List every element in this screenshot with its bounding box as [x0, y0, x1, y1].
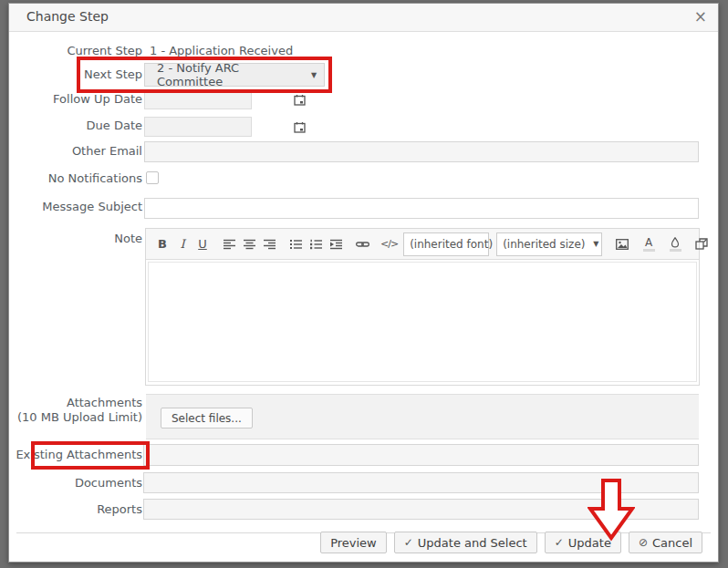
numbered-list-icon[interactable]: [307, 233, 324, 255]
update-and-select-button-label: Update and Select: [418, 536, 527, 550]
dialog-titlebar: Change Step ×: [9, 4, 718, 32]
footer-button-bar: Preview ✓ Update and Select ✓ Update ⊘ C…: [9, 532, 718, 562]
table-icon[interactable]: [693, 233, 710, 255]
select-files-button[interactable]: Select files...: [161, 408, 253, 429]
calendar-icon[interactable]: [294, 90, 306, 108]
follow-up-date-input[interactable]: [145, 90, 294, 108]
due-date-picker: [144, 117, 252, 137]
bullet-list-icon[interactable]: [287, 233, 304, 255]
update-and-select-button[interactable]: ✓ Update and Select: [394, 532, 537, 553]
italic-icon[interactable]: I: [174, 233, 191, 255]
align-center-icon[interactable]: [241, 233, 257, 255]
existing-attachments-label: Existing Attachments: [9, 448, 142, 462]
next-step-label: Next Step: [9, 67, 142, 82]
other-email-label: Other Email: [9, 144, 142, 159]
change-step-dialog: Change Step × Current Step 1 - Applicati…: [8, 3, 719, 563]
check-icon: ✓: [404, 536, 413, 549]
other-email-input[interactable]: [144, 141, 699, 162]
chevron-down-icon: ▼: [591, 240, 602, 248]
note-rich-text-editor: B I U </> (inherited font) ▼ (inherited …: [145, 228, 700, 386]
preview-button-label: Preview: [330, 536, 377, 550]
font-color-icon[interactable]: A: [640, 233, 657, 255]
chevron-down-icon: ▼: [304, 71, 324, 79]
documents-field[interactable]: [143, 472, 699, 493]
due-date-label: Due Date: [9, 119, 142, 133]
attachments-upload-panel: Select files...: [146, 394, 699, 439]
current-step-value: 1 - Application Received: [150, 44, 293, 57]
check-icon: ✓: [555, 536, 564, 549]
font-name-dropdown[interactable]: (inherited font) ▼: [403, 232, 489, 256]
view-html-icon[interactable]: </>: [380, 233, 398, 255]
documents-label: Documents: [9, 476, 142, 491]
preview-button[interactable]: Preview: [320, 532, 387, 553]
attachments-limit-label: (10 MB Upload Limit): [9, 410, 142, 425]
font-size-value: (inherited size): [497, 238, 590, 251]
cancel-button[interactable]: ⊘ Cancel: [629, 532, 702, 553]
follow-up-date-label: Follow Up Date: [9, 92, 142, 107]
hyperlink-icon[interactable]: [354, 233, 370, 255]
cancel-button-label: Cancel: [652, 536, 692, 550]
note-content-area[interactable]: [148, 262, 697, 382]
bold-icon[interactable]: B: [154, 233, 171, 255]
note-label: Note: [9, 232, 142, 246]
font-name-value: (inherited font): [404, 238, 498, 251]
insert-image-icon[interactable]: [614, 233, 630, 255]
due-date-input[interactable]: [145, 118, 294, 136]
page-background: { "overlay_color": "#6e6e6e", "annotatio…: [0, 0, 728, 568]
message-subject-label: Message Subject: [9, 200, 142, 214]
next-step-selected-value: 2 - Notify ARC Committee: [145, 61, 304, 88]
message-subject-input[interactable]: [144, 198, 699, 219]
cancel-icon: ⊘: [639, 536, 648, 549]
existing-attachments-field[interactable]: [143, 444, 699, 466]
reports-field[interactable]: [143, 499, 699, 520]
no-notifications-label: No Notifications: [9, 171, 142, 186]
align-right-icon[interactable]: [261, 233, 277, 255]
indent-icon[interactable]: [328, 233, 344, 255]
background-color-icon[interactable]: [667, 233, 683, 255]
current-step-label: Current Step: [9, 44, 142, 58]
underline-icon[interactable]: U: [194, 233, 211, 255]
update-button[interactable]: ✓ Update: [545, 532, 621, 553]
editor-toolbar: B I U </> (inherited font) ▼ (inherited …: [146, 229, 699, 260]
attachments-label: Attachments: [9, 396, 142, 410]
align-left-icon[interactable]: [221, 233, 237, 255]
reports-label: Reports: [9, 502, 142, 517]
next-step-dropdown[interactable]: 2 - Notify ARC Committee ▼: [144, 63, 325, 87]
follow-up-date-picker: [144, 89, 252, 109]
no-notifications-checkbox[interactable]: [146, 171, 159, 184]
font-size-dropdown[interactable]: (inherited size) ▼: [496, 232, 602, 256]
calendar-icon[interactable]: [294, 118, 306, 136]
close-icon[interactable]: ×: [694, 7, 707, 26]
update-button-label: Update: [568, 536, 611, 550]
dialog-title: Change Step: [26, 9, 109, 24]
